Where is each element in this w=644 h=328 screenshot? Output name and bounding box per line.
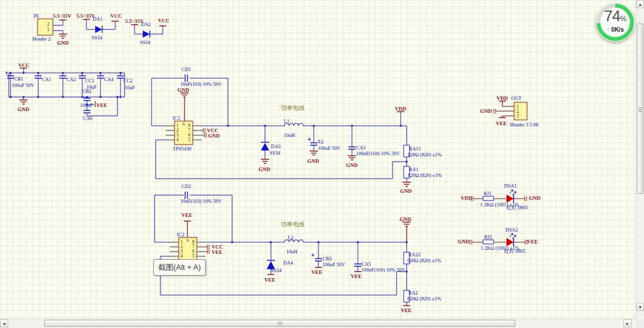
scroll-down-button[interactable]: ▼ (636, 303, 644, 311)
scroll-up-button[interactable]: ▲ (636, 0, 644, 8)
component-bodies (38, 19, 527, 302)
schematic-editor-canvas[interactable]: IN21Header 25.5~35VGND5.5~35VDA1SS34VCC5… (0, 0, 644, 328)
diode-symbols (95, 26, 275, 269)
scroll-left-icon: ◄ (2, 322, 6, 326)
scroll-right-icon: ► (626, 322, 630, 326)
scroll-down-icon: ▼ (638, 305, 642, 309)
power-symbols (19, 19, 527, 306)
upload-arrow-icon: ↑ (607, 26, 610, 33)
horizontal-scrollbar[interactable]: ◄ ► (0, 319, 636, 328)
screenshot-tooltip-text: 截图(Alt + A) (158, 262, 201, 273)
led-symbols (507, 190, 516, 246)
schematic-drawing (0, 0, 644, 328)
progress-speed: ↑ 0K/s (596, 26, 635, 33)
progress-percent: 74% (596, 7, 635, 25)
vertical-scrollbar-thumb[interactable] (637, 24, 643, 194)
scroll-left-button[interactable]: ◄ (0, 319, 8, 327)
scrollbar-corner (636, 319, 644, 328)
scroll-up-icon: ▲ (638, 2, 642, 6)
download-progress-widget[interactable]: 74% ↑ 0K/s (596, 3, 635, 42)
horizontal-scrollbar-thumb[interactable] (44, 320, 515, 327)
screenshot-tooltip: 截图(Alt + A) (153, 259, 206, 276)
vertical-scrollbar[interactable]: ▲ ▼ (636, 0, 644, 319)
scroll-right-button[interactable]: ► (623, 319, 632, 327)
capacitor-symbols (5, 72, 361, 267)
